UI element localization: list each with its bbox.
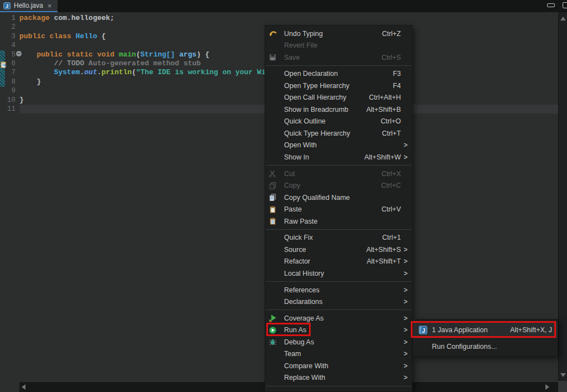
menu-item-shortcut: Ctrl+1 bbox=[382, 234, 401, 241]
menu-item-label: Debug As bbox=[284, 338, 314, 346]
menu-item-open-type-hierarchy[interactable]: Open Type HierarchyF4 bbox=[265, 80, 412, 92]
submenu-arrow-icon: > bbox=[401, 298, 408, 306]
submenu-item-run-configurations[interactable]: Run Configurations... bbox=[413, 338, 558, 355]
menu-separator bbox=[266, 229, 411, 230]
menu-item-shortcut: Ctrl+S bbox=[382, 54, 401, 61]
menu-item-source[interactable]: SourceAlt+Shift+S> bbox=[265, 244, 412, 256]
menu-item-label: Coverage As bbox=[284, 314, 324, 322]
menu-item-label: Local History bbox=[284, 270, 324, 277]
no-icon bbox=[269, 245, 282, 254]
undo-icon bbox=[269, 29, 282, 38]
debug-icon bbox=[269, 338, 282, 347]
no-icon bbox=[269, 93, 282, 102]
menu-item-label: Show in Breadcrumb bbox=[284, 106, 348, 114]
scroll-up-icon[interactable] bbox=[560, 17, 566, 20]
menu-item-label: Paste bbox=[284, 205, 302, 213]
svg-text:J: J bbox=[6, 3, 8, 9]
fold-marker-icon[interactable]: − bbox=[16, 51, 22, 56]
no-icon bbox=[269, 233, 282, 242]
no-icon bbox=[269, 390, 282, 392]
raw-paste-icon bbox=[269, 217, 282, 226]
menu-item-label: Open Type Hierarchy bbox=[284, 82, 349, 90]
menu-item-preferences[interactable]: Preferences... bbox=[265, 388, 412, 392]
menu-separator bbox=[266, 281, 411, 282]
menu-item-show-in-breadcrumb[interactable]: Show in BreadcrumbAlt+Shift+B bbox=[265, 104, 412, 116]
menu-item-label: Undo Typing bbox=[284, 30, 323, 38]
maximize-icon[interactable] bbox=[563, 2, 567, 8]
menu-item-copy-qualified-name[interactable]: Copy Qualified Name bbox=[265, 192, 412, 204]
menu-item-label: Open Declaration bbox=[284, 70, 338, 78]
menu-item-compare-with[interactable]: Compare With> bbox=[265, 360, 412, 372]
java-file-icon: J bbox=[3, 2, 11, 9]
menu-item-label: Open With bbox=[284, 141, 317, 149]
menu-item-shortcut: F3 bbox=[393, 70, 401, 78]
menu-item-label: Revert File bbox=[284, 42, 317, 49]
line-number-11: 11 bbox=[0, 105, 16, 114]
menu-item-local-history[interactable]: Local History> bbox=[265, 267, 412, 280]
menu-item-shortcut: Ctrl+O bbox=[381, 117, 401, 125]
save-icon bbox=[269, 53, 282, 62]
menu-item-save: SaveCtrl+S bbox=[265, 51, 412, 64]
submenu-arrow-icon: > bbox=[401, 338, 408, 346]
menu-item-declarations[interactable]: Declarations> bbox=[265, 296, 412, 308]
menu-item-copy: CopyCtrl+C bbox=[265, 179, 412, 192]
no-icon bbox=[269, 349, 282, 358]
menu-item-label: Quick Type Hierarchy bbox=[284, 130, 350, 137]
scroll-left-icon[interactable] bbox=[22, 384, 25, 390]
scroll-right-icon[interactable] bbox=[545, 384, 549, 390]
menu-item-open-declaration[interactable]: Open DeclarationF3 bbox=[265, 68, 412, 80]
menu-item-quick-fix[interactable]: Quick FixCtrl+1 bbox=[265, 232, 412, 244]
menu-item-raw-paste[interactable]: Raw Paste bbox=[265, 215, 412, 228]
menu-item-label: Open Call Hierarchy bbox=[284, 94, 347, 101]
submenu-arrow-icon: > bbox=[401, 246, 408, 254]
no-icon bbox=[269, 129, 282, 138]
tab-hello-java[interactable]: J Hello.java × bbox=[0, 0, 58, 12]
vertical-scrollbar[interactable] bbox=[558, 12, 567, 381]
menu-item-team[interactable]: Team> bbox=[265, 348, 412, 360]
menu-item-references[interactable]: References> bbox=[265, 284, 412, 296]
menu-item-open-call-hierarchy[interactable]: Open Call HierarchyCtrl+Alt+H bbox=[265, 92, 412, 104]
menu-item-refactor[interactable]: RefactorAlt+Shift+T> bbox=[265, 256, 412, 268]
menu-separator bbox=[266, 165, 411, 166]
menu-item-revert-file: Revert File bbox=[265, 40, 412, 52]
copy-icon bbox=[269, 181, 282, 190]
menu-item-shortcut: F4 bbox=[393, 82, 401, 90]
menu-item-paste[interactable]: PasteCtrl+V bbox=[265, 203, 412, 215]
menu-separator bbox=[266, 386, 411, 386]
editor-tab-bar: J Hello.java × bbox=[0, 0, 567, 12]
menu-item-shortcut: Ctrl+C bbox=[381, 182, 401, 189]
submenu-arrow-icon: > bbox=[401, 374, 408, 381]
menu-item-shortcut: Ctrl+T bbox=[382, 130, 401, 137]
menu-item-debug-as[interactable]: Debug As> bbox=[265, 336, 412, 348]
menu-item-shortcut: Alt+Shift+B bbox=[366, 106, 401, 114]
annotation-box-java-application bbox=[411, 321, 556, 338]
menu-item-replace-with[interactable]: Replace With> bbox=[265, 372, 412, 384]
todo-task-icon bbox=[1, 60, 7, 68]
menu-item-open-with[interactable]: Open With> bbox=[265, 140, 412, 152]
code-line-1[interactable]: package com.hellogeek; bbox=[19, 14, 558, 23]
menu-item-label: Compare With bbox=[284, 362, 328, 370]
line-number-8: 8 bbox=[0, 78, 16, 86]
menu-separator bbox=[266, 310, 411, 310]
menu-item-label: Declarations bbox=[284, 298, 322, 306]
menu-item-quick-outline[interactable]: Quick OutlineCtrl+O bbox=[265, 116, 412, 128]
menu-item-shortcut: Alt+Shift+S bbox=[366, 246, 401, 254]
submenu-arrow-icon: > bbox=[401, 153, 408, 161]
no-icon bbox=[269, 81, 282, 90]
scroll-down-icon[interactable] bbox=[560, 373, 566, 377]
no-icon bbox=[419, 342, 432, 351]
menu-item-label: Replace With bbox=[284, 374, 325, 381]
copy-qualified-icon bbox=[269, 193, 282, 202]
menu-item-label: Show In bbox=[284, 153, 309, 161]
menu-item-quick-type-hierarchy[interactable]: Quick Type HierarchyCtrl+T bbox=[265, 127, 412, 140]
menu-item-undo-typing[interactable]: Undo TypingCtrl+Z bbox=[265, 28, 412, 40]
menu-item-label: Team bbox=[284, 350, 301, 358]
line-number-4: 4 bbox=[0, 41, 16, 50]
menu-item-label: Copy Qualified Name bbox=[284, 194, 350, 202]
tab-close-icon[interactable]: × bbox=[48, 2, 52, 9]
coverage-icon bbox=[269, 314, 282, 323]
no-icon bbox=[269, 362, 282, 370]
menu-item-show-in[interactable]: Show InAlt+Shift+W> bbox=[265, 151, 412, 163]
minimize-icon[interactable] bbox=[547, 3, 555, 7]
no-icon bbox=[269, 373, 282, 382]
